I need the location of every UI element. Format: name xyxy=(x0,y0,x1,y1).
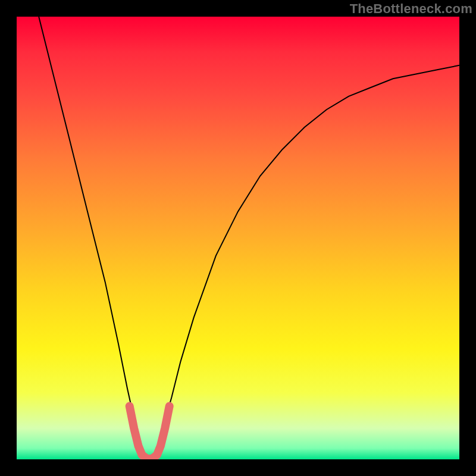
plot-area xyxy=(17,17,459,459)
curve-layer xyxy=(17,17,459,459)
bottleneck-curve xyxy=(39,17,459,459)
chart-frame: TheBottleneck.com xyxy=(0,0,476,476)
watermark-text: TheBottleneck.com xyxy=(350,1,472,17)
optimal-range-marker xyxy=(130,406,170,459)
